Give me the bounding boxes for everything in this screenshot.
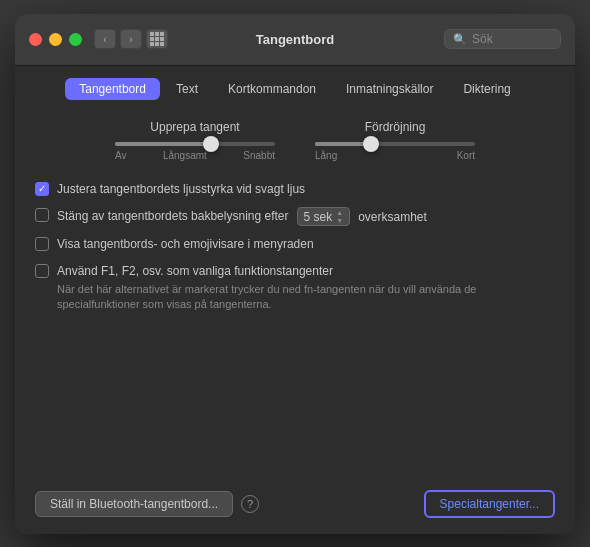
tab-diktering[interactable]: Diktering xyxy=(449,78,524,100)
checkmark-icon: ✓ xyxy=(38,184,46,194)
maximize-button[interactable] xyxy=(69,33,82,46)
upprepa-mid-label: Långsamt xyxy=(163,150,207,161)
tabs-bar: Tangentbord Text Kortkommandon Inmatning… xyxy=(35,66,555,110)
bottom-buttons: Ställ in Bluetooth-tangentbord... ? Spec… xyxy=(35,480,555,518)
tab-text[interactable]: Text xyxy=(162,78,212,100)
after-select-text: overksamhet xyxy=(358,210,427,224)
fordrojning-right-label: Kort xyxy=(457,150,475,161)
tab-kortkommandon[interactable]: Kortkommandon xyxy=(214,78,330,100)
window-title: Tangentbord xyxy=(256,32,334,47)
titlebar: ‹ › Tangentbord 🔍 xyxy=(15,14,575,66)
chevron-left-icon: ‹ xyxy=(103,34,106,45)
bluetooth-button[interactable]: Ställ in Bluetooth-tangentbord... xyxy=(35,491,233,517)
timeout-select[interactable]: 5 sek ▲ ▼ xyxy=(297,207,351,226)
fordrojning-slider-group: Fördröjning Lång Kort xyxy=(315,120,475,161)
chevron-up-icon: ▲ xyxy=(336,209,343,216)
upprepa-left-label: Av xyxy=(115,150,127,161)
checkbox-row-bakbelysning: Stäng av tangentbordets bakbelysning eft… xyxy=(35,207,555,226)
back-button[interactable]: ‹ xyxy=(94,29,116,49)
checkbox-funktionstangenter[interactable] xyxy=(35,264,49,278)
checkbox-emojivisare-label: Visa tangentbords- och emojivisare i men… xyxy=(57,236,314,253)
checkbox-emojivisare[interactable] xyxy=(35,237,49,251)
checkbox-ljusstyrka[interactable]: ✓ xyxy=(35,182,49,196)
upprepa-thumb[interactable] xyxy=(203,136,219,152)
checkbox-row-ljusstyrka: ✓ Justera tangentbordets ljusstyrka vid … xyxy=(35,181,555,198)
checkbox-funktionstangenter-label: Använd F1, F2, osv. som vanliga funktion… xyxy=(57,263,555,280)
tab-tangentbord[interactable]: Tangentbord xyxy=(65,78,160,100)
select-arrows: ▲ ▼ xyxy=(336,209,343,224)
upprepa-ticks: Av Långsamt Snabbt xyxy=(115,150,275,161)
sliders-section: Upprepa tangent Av Långsamt Snabbt Fördr… xyxy=(35,120,555,161)
content-area: Tangentbord Text Kortkommandon Inmatning… xyxy=(15,66,575,534)
nav-buttons: ‹ › xyxy=(94,29,142,49)
checkbox-bakbelysning-label: Stäng av tangentbordets bakbelysning eft… xyxy=(57,208,289,225)
upprepa-track[interactable] xyxy=(115,142,275,146)
help-button[interactable]: ? xyxy=(241,495,259,513)
tab-inmatningskallor[interactable]: Inmatningskällor xyxy=(332,78,447,100)
search-input[interactable] xyxy=(472,32,552,46)
fordrojning-track[interactable] xyxy=(315,142,475,146)
fordrojning-left-label: Lång xyxy=(315,150,337,161)
checkbox-funktionstangenter-sublabel: När det här alternativet är markerat try… xyxy=(57,282,555,313)
checkbox-bakbelysning[interactable] xyxy=(35,208,49,222)
fordrojning-thumb[interactable] xyxy=(363,136,379,152)
chevron-right-icon: › xyxy=(129,34,132,45)
upprepa-right-label: Snabbt xyxy=(243,150,275,161)
upprepa-label: Upprepa tangent xyxy=(150,120,239,134)
close-button[interactable] xyxy=(29,33,42,46)
grid-icon xyxy=(150,32,164,46)
traffic-lights xyxy=(29,33,82,46)
checkbox-row-emojivisare: Visa tangentbords- och emojivisare i men… xyxy=(35,236,555,253)
specialtangenter-button[interactable]: Specialtangenter... xyxy=(424,490,555,518)
checkbox-ljusstyrka-label: Justera tangentbordets ljusstyrka vid sv… xyxy=(57,181,305,198)
fordrojning-ticks: Lång Kort xyxy=(315,150,475,161)
checkboxes-section: ✓ Justera tangentbordets ljusstyrka vid … xyxy=(35,181,555,313)
search-icon: 🔍 xyxy=(453,33,467,46)
grid-button[interactable] xyxy=(146,29,168,49)
checkbox-row-funktionstangenter: Använd F1, F2, osv. som vanliga funktion… xyxy=(35,263,555,313)
forward-button[interactable]: › xyxy=(120,29,142,49)
main-window: ‹ › Tangentbord 🔍 Tangentbord Text Kortk… xyxy=(15,14,575,534)
timeout-value: 5 sek xyxy=(304,210,333,224)
chevron-down-icon: ▼ xyxy=(336,217,343,224)
minimize-button[interactable] xyxy=(49,33,62,46)
search-box[interactable]: 🔍 xyxy=(444,29,561,49)
fordrojning-label: Fördröjning xyxy=(365,120,426,134)
upprepa-slider-group: Upprepa tangent Av Långsamt Snabbt xyxy=(115,120,275,161)
